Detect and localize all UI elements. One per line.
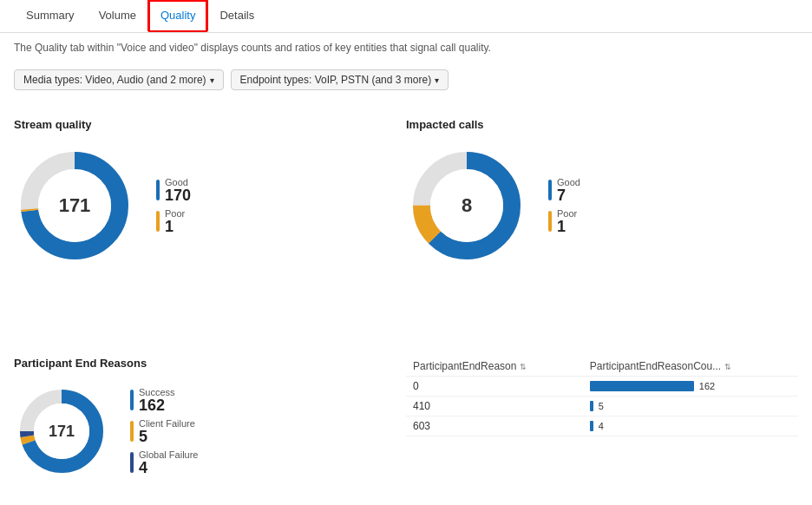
col-count-label: ParticipantEndReasonCou... [590, 360, 721, 372]
tab-quality[interactable]: Quality [148, 0, 207, 32]
impacted-calls-section: Impacted calls 8 Good 7 [406, 111, 798, 273]
client-failure-text: Client Failure 5 [139, 418, 195, 444]
impacted-calls-chart-row: 8 Good 7 Poor 1 [406, 145, 798, 266]
participant-donut: 171 [14, 384, 109, 479]
client-failure-bar [130, 421, 134, 442]
col-reason-sort[interactable]: ⇅ [520, 363, 527, 371]
stream-quality-section: Stream quality 171 [14, 111, 406, 273]
impacted-good-text: Good 7 [557, 177, 580, 203]
participant-global-failure: Global Failure 4 [130, 449, 198, 475]
tab-details[interactable]: Details [207, 0, 266, 32]
global-failure-text: Global Failure 4 [139, 449, 198, 475]
impacted-good-bar [548, 180, 552, 200]
col-count-sort[interactable]: ⇅ [724, 363, 731, 371]
bar-container: 5 [590, 401, 791, 411]
reason-cell: 603 [406, 416, 583, 436]
count-value: 5 [599, 401, 604, 411]
col-reason-label: ParticipantEndReason [413, 360, 516, 372]
impacted-calls-legend: Good 7 Poor 1 [548, 177, 580, 234]
success-value: 162 [139, 397, 175, 413]
participant-end-reason-table: ParticipantEndReason ⇅ ParticipantEndRea… [406, 357, 798, 436]
participant-client-failure: Client Failure 5 [130, 418, 198, 444]
impacted-poor-value: 1 [557, 219, 577, 234]
participant-end-reasons-section: Participant End Reasons 171 [14, 350, 406, 486]
count-value: 4 [599, 421, 604, 431]
impacted-poor: Poor 1 [548, 208, 580, 234]
poor-legend-text: Poor 1 [165, 208, 185, 234]
success-bar [130, 390, 134, 410]
media-filter-chevron: ▾ [210, 75, 214, 85]
stream-quality-legend: Good 170 Poor 1 [156, 177, 191, 234]
count-cell: 162 [583, 377, 798, 397]
impacted-good-value: 7 [557, 187, 580, 203]
good-legend-text: Good 170 [165, 177, 191, 203]
table-row: 0162 [406, 377, 798, 397]
col-reason[interactable]: ParticipantEndReason ⇅ [406, 357, 583, 377]
good-value: 170 [165, 187, 191, 203]
success-text: Success 162 [139, 387, 175, 413]
stream-quality-title: Stream quality [14, 118, 406, 131]
endpoint-filter-chevron: ▾ [435, 75, 439, 85]
impacted-calls-donut: 8 [406, 145, 527, 266]
table-row: 4105 [406, 397, 798, 416]
stream-quality-chart-row: 171 Good 170 Poor 1 [14, 145, 406, 266]
global-failure-value: 4 [139, 460, 198, 475]
tab-summary[interactable]: Summary [14, 0, 87, 32]
stream-quality-center-value: 171 [59, 194, 91, 217]
tab-bar: Summary Volume Quality Details [0, 0, 812, 33]
reason-cell: 0 [406, 377, 583, 397]
count-cell: 5 [583, 397, 798, 416]
global-failure-bar [130, 452, 134, 473]
participant-table-section: ParticipantEndReason ⇅ ParticipantEndRea… [406, 350, 798, 486]
impacted-calls-center-value: 8 [462, 194, 472, 217]
participant-end-reasons-title: Participant End Reasons [14, 357, 406, 370]
filter-bar: Media types: Video, Audio (and 2 more) ▾… [0, 62, 812, 97]
media-filter-label: Media types: Video, Audio (and 2 more) [23, 74, 206, 86]
poor-bar-indicator [156, 211, 160, 232]
participant-chart-row: 171 Success 162 Client Failure 5 [14, 384, 406, 479]
count-bar [590, 381, 694, 391]
poor-value: 1 [165, 219, 185, 234]
count-value: 162 [699, 381, 715, 391]
count-bar-small [590, 421, 593, 431]
stream-quality-poor: Poor 1 [156, 208, 191, 234]
impacted-poor-text: Poor 1 [557, 208, 577, 234]
endpoint-filter-label: Endpoint types: VoIP, PSTN (and 3 more) [240, 74, 432, 86]
impacted-good: Good 7 [548, 177, 580, 203]
participant-center-value: 171 [49, 423, 75, 441]
participant-legend: Success 162 Client Failure 5 Global Fail… [130, 387, 198, 475]
table-row: 6034 [406, 416, 798, 436]
page-description: The Quality tab within "Voice and video"… [0, 33, 607, 62]
client-failure-value: 5 [139, 429, 195, 444]
col-count[interactable]: ParticipantEndReasonCou... ⇅ [583, 357, 798, 377]
participant-success: Success 162 [130, 387, 198, 413]
global-failure-label: Global Failure [139, 449, 198, 460]
media-types-filter[interactable]: Media types: Video, Audio (and 2 more) ▾ [14, 69, 224, 90]
stream-quality-donut: 171 [14, 145, 135, 266]
reason-cell: 410 [406, 397, 583, 416]
count-bar-small [590, 401, 593, 411]
stream-quality-good: Good 170 [156, 177, 191, 203]
endpoint-types-filter[interactable]: Endpoint types: VoIP, PSTN (and 3 more) … [231, 69, 449, 90]
bar-container: 4 [590, 421, 791, 431]
impacted-calls-title: Impacted calls [406, 118, 798, 131]
bar-container: 162 [590, 381, 791, 391]
count-cell: 4 [583, 416, 798, 436]
tab-volume[interactable]: Volume [87, 0, 148, 32]
good-bar-indicator [156, 180, 160, 200]
impacted-poor-bar [548, 211, 552, 232]
